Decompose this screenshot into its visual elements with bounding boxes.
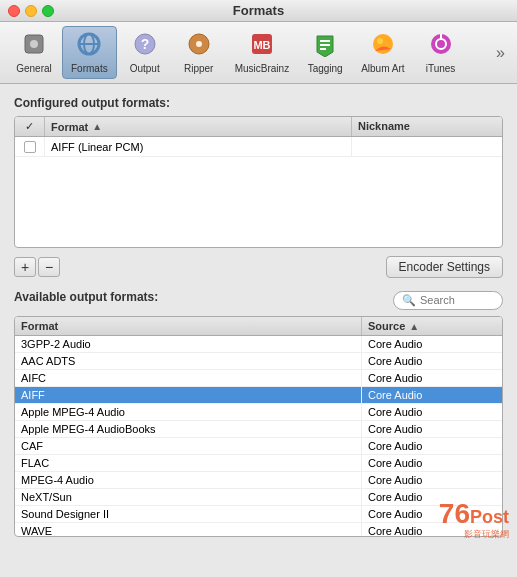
available-row[interactable]: MPEG-4 Audio Core Audio	[15, 472, 502, 489]
checkbox[interactable]	[24, 141, 36, 153]
toolbar-label-output: Output	[130, 63, 160, 74]
available-header: Available output formats: 🔍	[14, 290, 503, 310]
avail-format: Apple MPEG-4 AudioBooks	[15, 421, 362, 437]
avail-format: FLAC	[15, 455, 362, 471]
minimize-button[interactable]	[25, 5, 37, 17]
available-row[interactable]: 3GPP-2 Audio Core Audio	[15, 336, 502, 353]
title-bar: Formats	[0, 0, 517, 22]
avail-source: Core Audio	[362, 387, 502, 403]
toolbar-item-tagging[interactable]: Tagging	[299, 27, 351, 78]
toolbar-label-tagging: Tagging	[308, 63, 343, 74]
toolbar-item-output[interactable]: ? Output	[119, 27, 171, 78]
format-sort-arrow: ▲	[92, 121, 102, 132]
svg-marker-11	[317, 36, 333, 57]
configured-section-label: Configured output formats:	[14, 96, 503, 110]
watermark: 76 Post 影音玩樂網	[439, 500, 509, 541]
toolbar-item-general[interactable]: General	[8, 27, 60, 78]
svg-point-1	[30, 40, 38, 48]
output-icon: ?	[132, 31, 158, 61]
musicbrainz-icon: MB	[249, 31, 275, 61]
available-table-header: Format Source ▲	[15, 317, 502, 336]
toolbar-item-itunes[interactable]: iTunes	[415, 27, 467, 78]
table-row[interactable]: AIFF (Linear PCM)	[15, 137, 502, 157]
format-header-label: Format	[51, 121, 88, 133]
avail-format: MPEG-4 Audio	[15, 472, 362, 488]
ath-format[interactable]: Format	[15, 317, 362, 335]
avail-source: Core Audio	[362, 455, 502, 471]
available-table-body: 3GPP-2 Audio Core Audio AAC ADTS Core Au…	[15, 336, 502, 536]
available-row[interactable]: Apple MPEG-4 AudioBooks Core Audio	[15, 421, 502, 438]
configured-table-controls: + − Encoder Settings	[14, 256, 503, 278]
remove-format-button[interactable]: −	[38, 257, 60, 277]
search-box[interactable]: 🔍	[393, 291, 503, 310]
avail-source: Core Audio	[362, 438, 502, 454]
ath-format-label: Format	[21, 320, 58, 332]
add-remove-buttons: + −	[14, 257, 60, 277]
toolbar-label-general: General	[16, 63, 52, 74]
avail-source: Core Audio	[362, 472, 502, 488]
th-format[interactable]: Format ▲	[45, 117, 352, 136]
available-row[interactable]: AAC ADTS Core Audio	[15, 353, 502, 370]
row-check[interactable]	[15, 137, 45, 156]
general-icon	[21, 31, 47, 61]
available-row[interactable]: AIFC Core Audio	[15, 370, 502, 387]
row-format: AIFF (Linear PCM)	[45, 137, 352, 156]
toolbar-label-album-art: Album Art	[361, 63, 404, 74]
available-row[interactable]: FLAC Core Audio	[15, 455, 502, 472]
toolbar-item-ripper[interactable]: Ripper	[173, 27, 225, 78]
toolbar-label-musicbrainz: MusicBrainz	[235, 63, 289, 74]
avail-source: Core Audio	[362, 370, 502, 386]
search-input[interactable]	[420, 294, 494, 306]
watermark-post: Post	[470, 508, 509, 526]
close-button[interactable]	[8, 5, 20, 17]
toolbar-label-formats: Formats	[71, 63, 108, 74]
toolbar: General Formats ? Output Ripper	[0, 22, 517, 84]
watermark-sub: 影音玩樂網	[439, 528, 509, 541]
encoder-settings-button[interactable]: Encoder Settings	[386, 256, 503, 278]
ripper-icon	[186, 31, 212, 61]
format-value: AIFF (Linear PCM)	[51, 141, 143, 153]
ath-source[interactable]: Source ▲	[362, 317, 502, 335]
source-sort-arrow: ▲	[409, 321, 419, 332]
avail-format: AIFF	[15, 387, 362, 403]
maximize-button[interactable]	[42, 5, 54, 17]
toolbar-item-formats[interactable]: Formats	[62, 26, 117, 79]
window-title: Formats	[233, 3, 284, 18]
window-controls[interactable]	[8, 5, 54, 17]
avail-source: Core Audio	[362, 404, 502, 420]
check-header: ✓	[25, 120, 34, 133]
svg-point-15	[373, 34, 393, 54]
avail-format: CAF	[15, 438, 362, 454]
avail-format: NeXT/Sun	[15, 489, 362, 505]
available-row[interactable]: Apple MPEG-4 Audio Core Audio	[15, 404, 502, 421]
nickname-header-label: Nickname	[358, 120, 410, 132]
configured-table-header: ✓ Format ▲ Nickname	[15, 117, 502, 137]
ath-source-label: Source	[368, 320, 405, 332]
svg-text:?: ?	[140, 36, 149, 52]
toolbar-more-button[interactable]: »	[492, 40, 509, 66]
avail-format: Sound Designer II	[15, 506, 362, 522]
svg-point-16	[377, 38, 383, 44]
row-nickname	[352, 137, 502, 156]
album-art-icon	[370, 31, 396, 61]
search-icon: 🔍	[402, 294, 416, 307]
svg-text:MB: MB	[253, 39, 270, 51]
itunes-icon	[428, 31, 454, 61]
available-row[interactable]: NeXT/Sun Core Audio	[15, 489, 502, 506]
available-row[interactable]: WAVE Core Audio	[15, 523, 502, 536]
avail-source: Core Audio	[362, 421, 502, 437]
avail-format: Apple MPEG-4 Audio	[15, 404, 362, 420]
avail-format: 3GPP-2 Audio	[15, 336, 362, 352]
add-format-button[interactable]: +	[14, 257, 36, 277]
toolbar-item-musicbrainz[interactable]: MB MusicBrainz	[227, 27, 297, 78]
available-row[interactable]: AIFF Core Audio	[15, 387, 502, 404]
available-row[interactable]: CAF Core Audio	[15, 438, 502, 455]
th-nickname: Nickname	[352, 117, 502, 136]
available-table: Format Source ▲ 3GPP-2 Audio Core Audio …	[14, 316, 503, 537]
available-section-label: Available output formats:	[14, 290, 158, 304]
configured-table-body: AIFF (Linear PCM)	[15, 137, 502, 247]
available-row[interactable]: Sound Designer II Core Audio	[15, 506, 502, 523]
th-check: ✓	[15, 117, 45, 136]
avail-source: Core Audio	[362, 353, 502, 369]
toolbar-item-album-art[interactable]: Album Art	[353, 27, 412, 78]
